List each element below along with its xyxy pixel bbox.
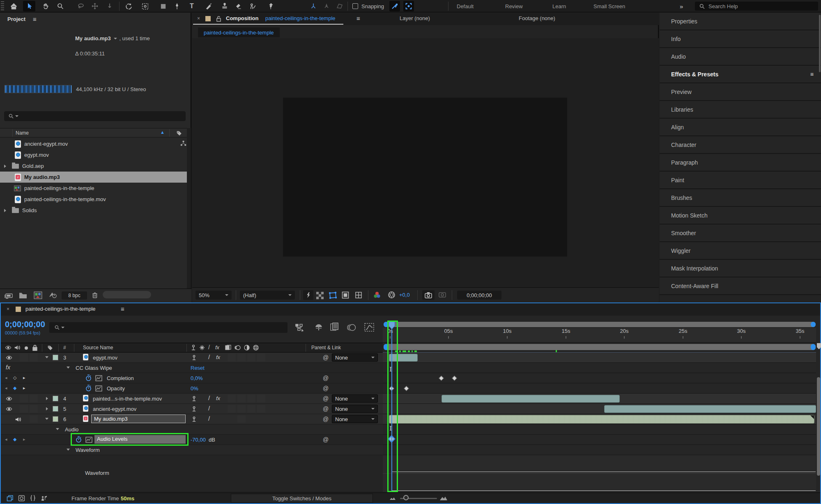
- shy-switch-icon[interactable]: [191, 396, 197, 402]
- pickwhip-icon[interactable]: @: [323, 354, 329, 361]
- next-keyframe-icon[interactable]: ▸: [23, 437, 25, 442]
- project-item-solids[interactable]: Solids: [0, 205, 187, 216]
- property-row-opacity[interactable]: ◂ ◆ ▸ Opacity 0% @: [1, 383, 383, 394]
- world-axis-mode[interactable]: [320, 1, 333, 11]
- stopwatch-icon[interactable]: [85, 385, 92, 392]
- expand-layer-switches-icon[interactable]: [7, 495, 14, 502]
- graph-toggle-icon[interactable]: [95, 385, 102, 392]
- pickwhip-icon[interactable]: @: [323, 385, 329, 392]
- snap-bounds-icon[interactable]: [403, 1, 414, 11]
- twirl-right-icon[interactable]: [46, 397, 48, 400]
- panel-tab-motion-sketch[interactable]: Motion Sketch: [660, 207, 821, 225]
- layer-name[interactable]: painted...s-in-the-temple.mov: [93, 396, 162, 402]
- home-icon[interactable]: [7, 1, 20, 11]
- pen-tool[interactable]: [171, 1, 183, 11]
- project-item-my-audio-selected[interactable]: ♪ My audio.mp3: [0, 172, 187, 183]
- draft-3d-icon[interactable]: [314, 323, 324, 332]
- track-lane[interactable]: [383, 394, 816, 404]
- orbit-camera-tool[interactable]: [139, 1, 151, 11]
- close-tab-icon[interactable]: ×: [7, 306, 9, 312]
- render-time-icon[interactable]: [40, 495, 48, 502]
- panel-tab-effects-presets[interactable]: Effects & Presets≡: [660, 66, 821, 83]
- group-name[interactable]: Audio: [65, 426, 78, 433]
- local-axis-mode[interactable]: [307, 1, 320, 11]
- pan-behind-tool[interactable]: [89, 1, 101, 11]
- resolution-dropdown[interactable]: (Half): [240, 291, 295, 300]
- prev-keyframe-icon[interactable]: ◂: [5, 385, 7, 391]
- shy-switch-icon[interactable]: [191, 406, 197, 412]
- group-row-waveform[interactable]: Waveform: [1, 445, 383, 455]
- pickwhip-icon[interactable]: @: [323, 375, 329, 381]
- pickwhip-icon[interactable]: @: [323, 405, 329, 412]
- viewer-menu-icon[interactable]: ≡: [356, 15, 360, 22]
- composition-viewer[interactable]: [192, 38, 659, 287]
- keyframe-diamond[interactable]: [452, 376, 457, 381]
- composition-tab-name[interactable]: painted-ceilings-in-the-temple: [265, 15, 336, 21]
- comp-mini-flowchart-icon[interactable]: [295, 323, 304, 332]
- label-column-icon[interactable]: [176, 130, 182, 136]
- waveform-display[interactable]: [383, 455, 816, 492]
- layer-bar-my-audio[interactable]: [389, 415, 814, 424]
- close-tab-icon[interactable]: ×: [197, 16, 200, 21]
- work-area-bar[interactable]: [384, 344, 816, 350]
- eye-icon[interactable]: [6, 396, 12, 401]
- source-name-column-header[interactable]: Source Name: [83, 345, 113, 351]
- keyframe-diamond[interactable]: [404, 386, 409, 391]
- track-lane[interactable]: [383, 363, 816, 373]
- panel-tab-wiggler[interactable]: Wiggler: [660, 242, 821, 260]
- shape-tool[interactable]: [157, 1, 169, 11]
- prev-keyframe-icon[interactable]: ◂: [5, 375, 7, 380]
- mask-visibility-icon[interactable]: [342, 291, 349, 299]
- exposure-value[interactable]: +0,0: [399, 292, 410, 298]
- add-keyframe-icon[interactable]: ◆: [13, 437, 16, 442]
- stamp-tool[interactable]: [218, 1, 231, 11]
- interpret-footage-icon[interactable]: [4, 292, 13, 300]
- property-value[interactable]: 0%: [191, 385, 198, 392]
- keyframe-diamond[interactable]: [439, 376, 444, 381]
- brush-tool[interactable]: [203, 1, 215, 11]
- track-lane[interactable]: [383, 353, 816, 363]
- project-item-egypt-mov[interactable]: egypt.mov: [0, 149, 187, 160]
- layer-row-ancient-egypt[interactable]: 5 ancient-egypt.mov / @ None: [1, 404, 383, 414]
- twirl-down-icon[interactable]: [67, 449, 70, 451]
- lock-open-icon[interactable]: [216, 16, 221, 22]
- sidebar-scrollbar[interactable]: [819, 15, 821, 72]
- panel-tab-paragraph[interactable]: Paragraph: [660, 154, 821, 172]
- rotate-view-tool[interactable]: [122, 1, 135, 11]
- property-value[interactable]: 0,0%: [191, 375, 203, 381]
- layer-color-swatch[interactable]: [53, 396, 58, 401]
- current-time-display[interactable]: 0;00;00;00: [5, 320, 45, 329]
- layer-name[interactable]: ancient-egypt.mov: [93, 406, 136, 412]
- panel-tab-brushes[interactable]: Brushes: [660, 189, 821, 207]
- eye-icon[interactable]: [6, 406, 12, 412]
- proxy-icon[interactable]: [48, 292, 57, 299]
- comp-marker-icon[interactable]: [816, 343, 821, 350]
- layer-row-egypt[interactable]: 3 egypt.mov / fx @ None: [1, 353, 383, 363]
- property-row-audio-levels[interactable]: ◂ ◆ ▸ Audio Levels -70,00 dB @: [1, 435, 383, 445]
- parent-dropdown[interactable]: None: [332, 415, 378, 423]
- audio-on-icon[interactable]: [15, 416, 21, 423]
- layer-viewer-tab[interactable]: Layer (none): [400, 15, 430, 21]
- exposure-icon[interactable]: [388, 291, 396, 299]
- zoom-tool[interactable]: [54, 1, 67, 11]
- quality-switch[interactable]: /: [208, 415, 210, 422]
- layer-row-my-audio[interactable]: 6 ♪ My audio.mp3 / @ None: [1, 414, 383, 424]
- layer-row-painted-mov[interactable]: 4 painted...s-in-the-temple.mov / fx @ N…: [1, 394, 383, 404]
- add-keyframe-icon[interactable]: ◆: [13, 385, 16, 391]
- fx-switch[interactable]: fx: [216, 354, 220, 360]
- project-hscrollbar[interactable]: [103, 291, 151, 298]
- motion-blur-icon[interactable]: [346, 323, 356, 332]
- twirl-down-icon[interactable]: [45, 418, 48, 420]
- fast-previews-icon[interactable]: [303, 290, 313, 300]
- twirl-right-icon[interactable]: [4, 165, 6, 168]
- rotation-tool[interactable]: [75, 1, 87, 11]
- layer-bar-ancient-egypt[interactable]: [604, 405, 816, 413]
- workspace-learn[interactable]: Learn: [552, 0, 566, 12]
- project-item-gold-aep[interactable]: Gold.aep: [0, 160, 187, 172]
- footage-viewer-tab[interactable]: Footage (none): [519, 15, 555, 21]
- panel-tab-info[interactable]: Info: [660, 30, 821, 48]
- timeline-search-input[interactable]: [49, 322, 287, 333]
- panel-tab-character[interactable]: Character: [660, 136, 821, 154]
- panel-tab-preview[interactable]: Preview: [660, 83, 821, 101]
- selected-footage-name[interactable]: My audio.mp3 , used 1 time: [75, 35, 150, 41]
